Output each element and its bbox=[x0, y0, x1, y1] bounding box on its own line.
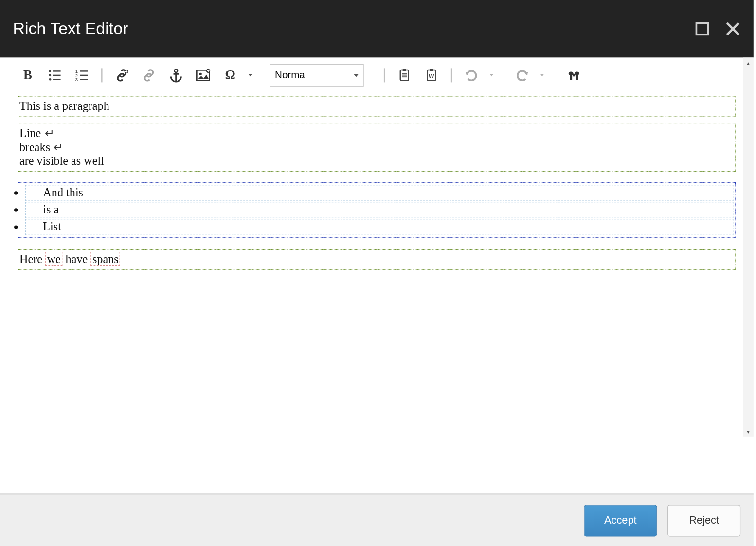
svg-rect-14 bbox=[80, 79, 88, 80]
window-controls bbox=[695, 21, 740, 36]
line-break-icon: ↵ bbox=[45, 126, 55, 140]
unordered-list-button[interactable] bbox=[45, 65, 65, 85]
svg-rect-6 bbox=[53, 70, 61, 71]
toolbar-separator bbox=[384, 68, 385, 82]
paste-plain-button[interactable] bbox=[395, 65, 414, 85]
reject-button[interactable]: Reject bbox=[667, 505, 740, 536]
window-title: Rich Text Editor bbox=[13, 19, 128, 38]
span-element: spans bbox=[90, 252, 120, 266]
special-char-button[interactable]: Ω bbox=[220, 65, 240, 85]
special-char-dropdown-icon[interactable] bbox=[249, 74, 252, 76]
svg-point-3 bbox=[49, 70, 51, 72]
redo-dropdown-icon[interactable] bbox=[540, 74, 544, 76]
paragraph-text: breaks bbox=[19, 141, 50, 154]
svg-point-18 bbox=[175, 69, 178, 72]
undo-dropdown-icon[interactable] bbox=[490, 74, 493, 76]
paragraph-block[interactable]: This is a paragraph bbox=[18, 96, 736, 117]
svg-rect-36 bbox=[570, 75, 572, 80]
svg-rect-37 bbox=[576, 75, 578, 80]
maximize-button[interactable] bbox=[695, 21, 710, 36]
svg-rect-12 bbox=[80, 70, 88, 71]
svg-point-5 bbox=[49, 78, 51, 81]
unlink-button[interactable] bbox=[139, 65, 159, 85]
svg-rect-29 bbox=[402, 75, 407, 76]
scroll-up-icon[interactable]: ▴ bbox=[743, 58, 754, 69]
close-button[interactable] bbox=[725, 21, 740, 36]
svg-rect-27 bbox=[403, 69, 406, 71]
image-button[interactable] bbox=[193, 65, 213, 85]
dialog-footer: Accept Reject bbox=[0, 494, 754, 546]
undo-button[interactable] bbox=[462, 65, 482, 85]
paragraph-text: This is a paragraph bbox=[19, 99, 109, 112]
list-item-text: And this bbox=[43, 186, 83, 199]
svg-rect-28 bbox=[402, 73, 407, 74]
svg-text:W: W bbox=[429, 73, 434, 80]
link-button[interactable] bbox=[112, 65, 132, 85]
format-select[interactable]: Normal bbox=[270, 64, 364, 87]
list-item-text: is a bbox=[43, 203, 59, 216]
editor-content[interactable]: This is a paragraph Line↵ breaks↵ are vi… bbox=[0, 96, 754, 270]
scroll-down-icon[interactable]: ▾ bbox=[743, 426, 754, 437]
paragraph-text: Line bbox=[19, 126, 41, 140]
vertical-scrollbar[interactable]: ▴ ▾ bbox=[743, 58, 754, 437]
list-item[interactable]: is a bbox=[25, 202, 734, 218]
toolbar-separator bbox=[101, 68, 102, 82]
toolbar: B 123 Ω Normal bbox=[0, 58, 754, 93]
line-break-icon: ↵ bbox=[54, 141, 64, 154]
paragraph-text: Here bbox=[19, 252, 45, 265]
svg-rect-38 bbox=[573, 74, 575, 76]
toolbar-separator bbox=[451, 68, 452, 82]
svg-text:3: 3 bbox=[75, 77, 78, 82]
paragraph-text: are visible as well bbox=[19, 154, 104, 167]
svg-point-22 bbox=[199, 73, 202, 75]
list-block[interactable]: And this is a List bbox=[18, 182, 736, 238]
svg-rect-7 bbox=[53, 75, 61, 76]
paragraph-text: have bbox=[62, 252, 90, 265]
svg-rect-8 bbox=[53, 79, 61, 80]
paste-word-button[interactable]: W bbox=[421, 65, 441, 85]
ordered-list-button[interactable]: 123 bbox=[72, 65, 92, 85]
svg-rect-13 bbox=[80, 75, 88, 76]
format-select-label: Normal bbox=[275, 70, 307, 81]
list-item[interactable]: And this bbox=[25, 185, 734, 201]
bold-button[interactable]: B bbox=[18, 65, 37, 85]
editor-area: B 123 Ω Normal bbox=[0, 58, 754, 494]
svg-rect-0 bbox=[696, 23, 708, 35]
paragraph-block[interactable]: Here we have spans bbox=[18, 249, 736, 270]
accept-button[interactable]: Accept bbox=[584, 505, 657, 536]
paragraph-block[interactable]: Line↵ breaks↵ are visible as well bbox=[18, 123, 736, 172]
titlebar: Rich Text Editor bbox=[0, 0, 754, 58]
span-element: we bbox=[45, 252, 62, 266]
find-button[interactable] bbox=[564, 65, 584, 85]
list-item-text: List bbox=[43, 220, 61, 233]
svg-rect-30 bbox=[402, 76, 407, 77]
redo-button[interactable] bbox=[512, 65, 532, 85]
svg-point-4 bbox=[49, 74, 51, 76]
list-item[interactable]: List bbox=[25, 219, 734, 235]
chevron-down-icon bbox=[354, 74, 359, 77]
svg-rect-32 bbox=[430, 69, 433, 71]
anchor-button[interactable] bbox=[166, 65, 186, 85]
